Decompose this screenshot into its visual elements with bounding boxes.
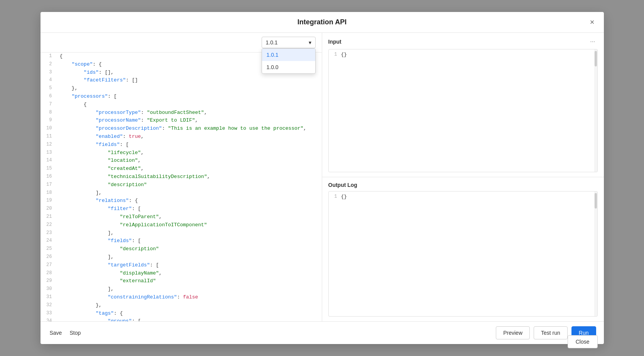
test-run-button[interactable]: Test run <box>534 326 568 339</box>
table-row: 6 "processors": [ <box>41 93 322 101</box>
code-table: 1{2 "scope": {3 "ids": [],4 "facetFilter… <box>41 53 322 321</box>
table-row: 30 ], <box>41 285 322 293</box>
table-row: 14 "location", <box>41 157 322 165</box>
input-scrollbar-thumb[interactable] <box>595 51 597 66</box>
line-number: 15 <box>41 165 57 173</box>
line-number: 13 <box>41 149 57 157</box>
table-row: 23 ], <box>41 229 322 237</box>
line-code: "enabled": true, <box>56 133 321 141</box>
version-option-1[interactable]: 1.0.1 <box>262 49 315 61</box>
line-code: "createdAt", <box>56 165 321 173</box>
table-row: 28 "displayName", <box>41 270 322 278</box>
line-code: "tags": { <box>56 310 321 318</box>
line-number: 27 <box>41 261 57 270</box>
input-scrollbar-track <box>594 49 597 172</box>
line-number: 25 <box>41 245 57 253</box>
table-row: 18 ], <box>41 189 322 197</box>
version-dropdown-menu: 1.0.1 1.0.0 <box>262 48 316 74</box>
line-number: 18 <box>41 189 57 197</box>
line-code: ], <box>56 253 321 261</box>
line-code: "location", <box>56 157 321 165</box>
editor-panel: 1.0.1 ▾ 1.0.1 1.0.0 1{2 "scope": {3 "ids… <box>41 33 322 321</box>
line-number: 9 <box>41 117 57 125</box>
bottom-close-button[interactable]: Close <box>568 335 598 348</box>
version-selector-bar: 1.0.1 ▾ 1.0.1 1.0.0 <box>41 33 322 53</box>
line-code: "fields": [ <box>56 237 321 245</box>
line-number: 22 <box>41 221 57 229</box>
line-number: 32 <box>41 302 57 310</box>
version-current-label: 1.0.1 <box>266 39 278 46</box>
line-code: ], <box>56 189 321 197</box>
line-number: 31 <box>41 293 57 302</box>
input-section-title: Input <box>328 39 341 45</box>
line-code: "externalId" <box>56 277 321 285</box>
output-log-content[interactable]: 1 {} <box>328 191 598 317</box>
line-number: 26 <box>41 253 57 261</box>
line-number: 11 <box>41 133 57 141</box>
line-code: "description" <box>56 181 321 189</box>
output-line-1: 1 {} <box>329 192 597 202</box>
line-code: "processorDescription": "This is an exam… <box>56 125 321 133</box>
input-section: Input ··· 1 {} <box>322 33 604 177</box>
line-number: 12 <box>41 141 57 149</box>
line-code: }, <box>56 85 321 93</box>
line-number: 10 <box>41 125 57 133</box>
line-code: "relApplicationToITComponent" <box>56 221 321 229</box>
modal-title: Integration API <box>297 18 347 26</box>
table-row: 15 "createdAt", <box>41 165 322 173</box>
version-dropdown-button[interactable]: 1.0.1 ▾ <box>262 37 316 48</box>
stop-button[interactable]: Stop <box>68 327 82 339</box>
bottom-bar: Close <box>568 335 598 348</box>
line-code: "facetFilters": [] <box>56 76 321 85</box>
table-row: 17 "description" <box>41 181 322 189</box>
table-row: 4 "facetFilters": [] <box>41 76 322 85</box>
line-number: 6 <box>41 93 57 101</box>
version-option-2[interactable]: 1.0.0 <box>262 61 315 73</box>
input-content[interactable]: 1 {} <box>328 49 598 172</box>
output-line-num-1: 1 <box>329 194 341 200</box>
table-row: 13 "lifecycle", <box>41 149 322 157</box>
table-row: 8 "processorType": "outboundFactSheet", <box>41 109 322 117</box>
line-code: "description" <box>56 245 321 253</box>
table-row: 12 "fields": [ <box>41 141 322 149</box>
line-code: "targetFields": [ <box>56 261 321 270</box>
line-code: "processorName": "Export to LDIF", <box>56 117 321 125</box>
table-row: 22 "relApplicationToITComponent" <box>41 221 322 229</box>
output-log-section-header: Output Log <box>328 182 598 188</box>
line-code: }, <box>56 302 321 310</box>
modal-footer: Save Stop Preview Test run Run <box>41 321 604 344</box>
output-scrollbar-thumb[interactable] <box>595 193 597 209</box>
line-number: 2 <box>41 61 57 69</box>
table-row: 33 "tags": { <box>41 310 322 318</box>
line-number: 30 <box>41 285 57 293</box>
line-code: "displayName", <box>56 270 321 278</box>
table-row: 25 "description" <box>41 245 322 253</box>
input-line-num-1: 1 <box>329 52 341 58</box>
line-number: 21 <box>41 213 57 221</box>
input-line-1: 1 {} <box>329 49 597 60</box>
save-button[interactable]: Save <box>48 327 64 339</box>
table-row: 21 "relToParent", <box>41 213 322 221</box>
table-row: 26 ], <box>41 253 322 261</box>
line-code: { <box>56 101 321 109</box>
table-row: 29 "externalId" <box>41 277 322 285</box>
input-section-header: Input ··· <box>328 37 598 46</box>
line-code: "lifecycle", <box>56 149 321 157</box>
input-options-button[interactable]: ··· <box>588 37 597 46</box>
version-dropdown: 1.0.1 ▾ 1.0.1 1.0.0 <box>262 37 316 48</box>
line-number: 28 <box>41 270 57 278</box>
footer-left-actions: Save Stop <box>48 327 83 339</box>
table-row: 32 }, <box>41 302 322 310</box>
output-scrollbar-track <box>594 192 597 316</box>
code-editor[interactable]: 1{2 "scope": {3 "ids": [],4 "facetFilter… <box>41 53 322 321</box>
line-number: 20 <box>41 205 57 213</box>
line-code: "relations": { <box>56 197 321 205</box>
close-button[interactable]: × <box>587 17 598 28</box>
right-panel: Input ··· 1 {} <box>322 33 604 321</box>
table-row: 5 }, <box>41 85 322 93</box>
preview-button[interactable]: Preview <box>496 326 530 339</box>
table-row: 24 "fields": [ <box>41 237 322 245</box>
line-code: "technicalSuitabilityDescription", <box>56 173 321 181</box>
line-code: ], <box>56 229 321 237</box>
table-row: 10 "processorDescription": "This is an e… <box>41 125 322 133</box>
